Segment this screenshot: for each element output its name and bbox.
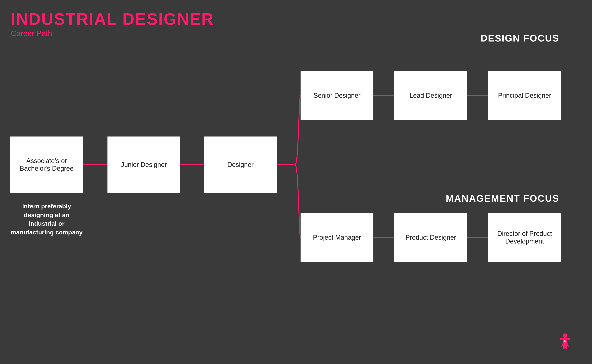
lead-designer-box: Lead Designer bbox=[394, 71, 467, 120]
associate-box: Associate's or Bachelor's Degree bbox=[10, 136, 83, 193]
main-title: INDUSTRIAL DESIGNER bbox=[11, 11, 214, 27]
logo-area: G bbox=[557, 332, 574, 353]
page-header: INDUSTRIAL DESIGNER Career Path bbox=[11, 11, 214, 38]
subtitle: Career Path bbox=[11, 29, 214, 38]
intern-note: Intern preferably designing at an indust… bbox=[10, 202, 83, 237]
svg-point-7 bbox=[563, 333, 567, 338]
svg-rect-9 bbox=[563, 344, 565, 349]
project-manager-box: Project Manager bbox=[300, 213, 373, 262]
designer-box: Designer bbox=[204, 136, 277, 193]
design-focus-label: DESIGN FOCUS bbox=[480, 33, 559, 44]
logo-icon: G bbox=[557, 332, 574, 352]
product-designer-box: Product Designer bbox=[394, 213, 467, 262]
principal-designer-box: Principal Designer bbox=[488, 71, 561, 120]
senior-designer-box: Senior Designer bbox=[300, 71, 373, 120]
svg-rect-10 bbox=[565, 344, 567, 349]
connector-lines bbox=[0, 0, 592, 364]
director-box: Director of Product Development bbox=[488, 213, 561, 262]
management-focus-label: MANAGEMENT FOCUS bbox=[446, 193, 559, 204]
junior-designer-box: Junior Designer bbox=[107, 136, 180, 193]
svg-text:G: G bbox=[564, 339, 566, 342]
svg-rect-12 bbox=[567, 338, 570, 340]
svg-rect-11 bbox=[560, 338, 563, 340]
